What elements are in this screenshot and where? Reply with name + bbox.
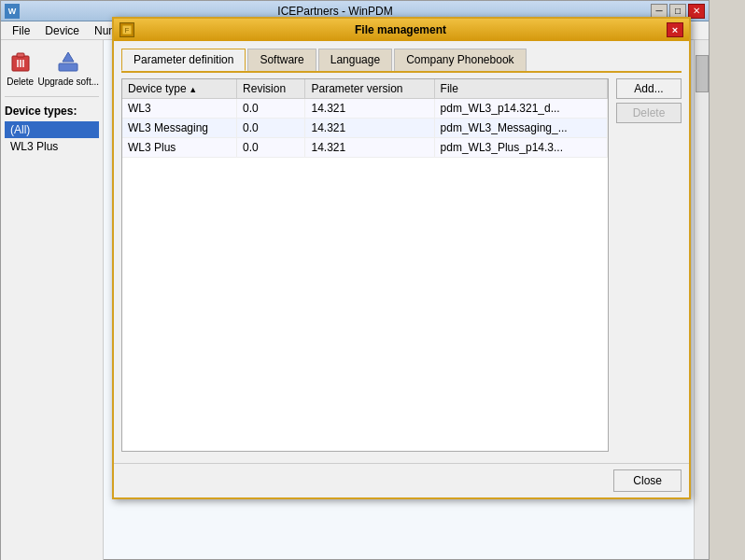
left-panel: Delete Upgrade soft... Device types: (Al…	[1, 40, 104, 560]
scroll-thumb[interactable]	[696, 55, 709, 92]
add-button[interactable]: Add...	[616, 78, 682, 99]
modal-title: File management	[134, 23, 667, 36]
close-dialog-button[interactable]: Close	[613, 469, 682, 492]
device-types-label: Device types:	[5, 105, 99, 118]
svg-text:F: F	[125, 26, 130, 35]
cell-param-version: 14.321	[305, 138, 434, 158]
col-revision[interactable]: Revision	[237, 79, 305, 99]
modal-icon: F	[119, 22, 134, 37]
upgrade-icon	[55, 49, 81, 75]
col-device-type[interactable]: Device type	[122, 79, 237, 99]
table-row[interactable]: WL3 Messaging 0.0 14.321 pdm_WL3_Messagi…	[122, 119, 608, 138]
cell-file: pdm_WL3_p14.321_d...	[434, 99, 607, 119]
svg-marker-6	[63, 52, 74, 62]
upgrade-tool-label: Upgrade soft...	[37, 77, 99, 87]
file-table: Device type Revision Parameter version F…	[122, 79, 608, 158]
device-type-all[interactable]: (All)	[5, 121, 99, 138]
table-row[interactable]: WL3 0.0 14.321 pdm_WL3_p14.321_d...	[122, 99, 608, 119]
modal-footer: Close	[114, 463, 689, 497]
cell-device-type: WL3 Plus	[122, 138, 237, 158]
svg-rect-1	[17, 53, 24, 57]
modal-tabs: Parameter definition Software Language C…	[121, 49, 682, 73]
col-file[interactable]: File	[434, 79, 607, 99]
device-type-wl3plus[interactable]: WL3 Plus	[5, 138, 99, 155]
menu-file[interactable]: File	[5, 22, 37, 39]
cell-file: pdm_WL3_Plus_p14.3...	[434, 138, 607, 158]
upgrade-tool-button[interactable]: Upgrade soft...	[37, 44, 99, 91]
cell-revision: 0.0	[237, 138, 305, 158]
tab-company-phonebook[interactable]: Company Phonebook	[394, 49, 526, 71]
delete-button[interactable]: Delete	[616, 103, 682, 123]
cell-param-version: 14.321	[305, 119, 434, 138]
col-param-version[interactable]: Parameter version	[305, 79, 434, 99]
menu-device[interactable]: Device	[37, 22, 87, 39]
tab-software[interactable]: Software	[247, 49, 316, 71]
modal-titlebar: F File management ×	[114, 19, 689, 41]
table-body: WL3 0.0 14.321 pdm_WL3_p14.321_d... WL3 …	[122, 99, 608, 158]
app-icon: W	[5, 4, 20, 19]
cell-file: pdm_WL3_Messaging_...	[434, 119, 607, 138]
cell-param-version: 14.321	[305, 99, 434, 119]
delete-icon	[7, 49, 34, 75]
delete-tool-button[interactable]: Delete	[5, 44, 35, 91]
tab-parameter-definition[interactable]: Parameter definition	[121, 49, 246, 71]
tab-language[interactable]: Language	[318, 49, 392, 71]
app-title: ICEPartners - WinPDM	[20, 5, 651, 18]
modal-content: Parameter definition Software Language C…	[114, 41, 689, 459]
svg-rect-5	[59, 63, 77, 71]
cell-revision: 0.0	[237, 119, 305, 138]
table-action-buttons: Add... Delete	[616, 78, 682, 452]
modal-close-button[interactable]: ×	[667, 22, 683, 37]
file-management-dialog: F File management × Parameter definition…	[112, 17, 691, 499]
cell-device-type: WL3 Messaging	[122, 119, 237, 138]
file-table-container: Device type Revision Parameter version F…	[121, 78, 609, 452]
table-area: Device type Revision Parameter version F…	[121, 78, 682, 452]
table-header-row: Device type Revision Parameter version F…	[122, 79, 608, 99]
cell-device-type: WL3	[122, 99, 237, 119]
cell-revision: 0.0	[237, 99, 305, 119]
delete-tool-label: Delete	[7, 77, 34, 87]
scrollbar-vertical[interactable]	[694, 40, 709, 559]
table-row[interactable]: WL3 Plus 0.0 14.321 pdm_WL3_Plus_p14.3..…	[122, 138, 608, 158]
